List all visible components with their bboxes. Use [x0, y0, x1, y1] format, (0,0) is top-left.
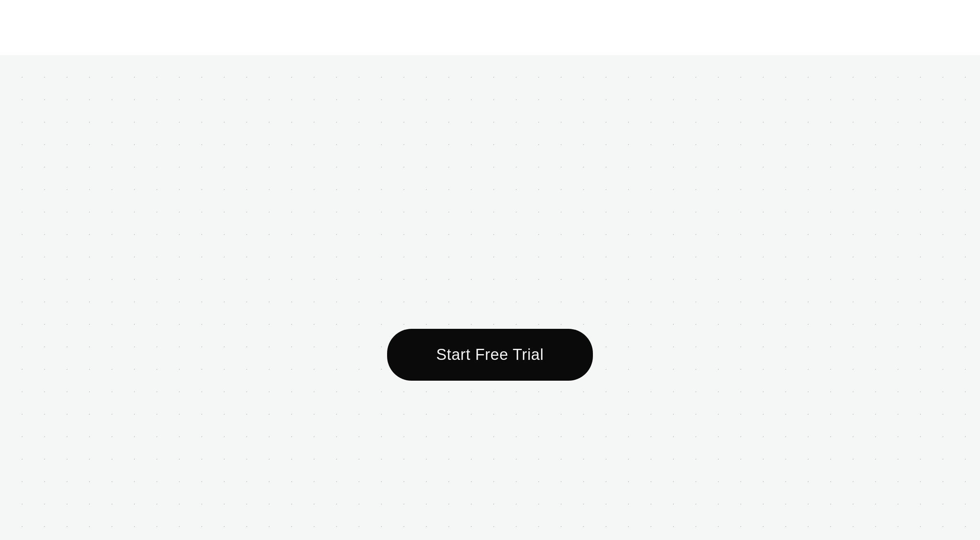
main-dotted-section: Start Free Trial	[0, 55, 980, 540]
start-free-trial-button[interactable]: Start Free Trial	[387, 329, 592, 381]
dot-pattern-overlay	[0, 55, 980, 540]
top-white-section	[0, 0, 980, 55]
